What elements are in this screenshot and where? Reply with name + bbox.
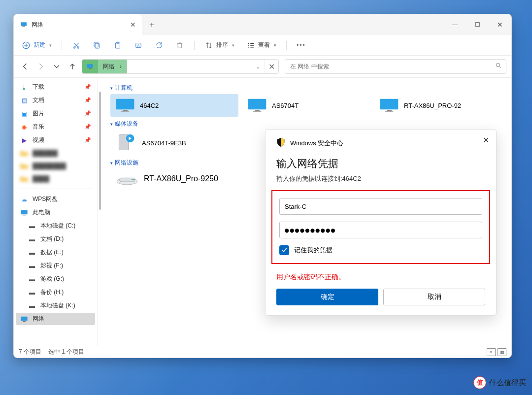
close-window-button[interactable]: ✕	[489, 14, 511, 35]
download-icon: ⭳	[20, 83, 29, 91]
recent-button[interactable]	[50, 60, 63, 73]
svg-rect-11	[178, 43, 182, 48]
new-button[interactable]: 新建▾	[18, 38, 56, 53]
delete-button[interactable]	[171, 38, 188, 53]
address-bar[interactable]: 网络 › ⌄ ✕	[82, 59, 279, 74]
error-message: 用户名或密码不正确。	[276, 273, 485, 282]
copy-button[interactable]	[89, 38, 105, 53]
password-field[interactable]: ●●●●●●●●●●	[279, 222, 482, 238]
navigation-bar: 网络 › ⌄ ✕	[14, 56, 511, 77]
sidebar-item-wps[interactable]: ☁WPS网盘	[16, 193, 95, 205]
chevron-down-icon: ▾	[110, 161, 113, 165]
svg-rect-6	[94, 42, 98, 47]
sidebar-item-downloads[interactable]: ⭳下载📌	[16, 81, 95, 93]
router-icon	[115, 172, 139, 186]
status-selected-count: 选中 1 个项目	[48, 348, 84, 356]
svg-rect-23	[255, 110, 260, 111]
sidebar-item-drive-g[interactable]: ▬游戏 (G:)	[16, 273, 95, 285]
tab-title: 网络	[32, 21, 126, 29]
search-box[interactable]	[285, 59, 506, 74]
dialog-header: Windows 安全中心	[276, 137, 485, 149]
cut-button[interactable]	[68, 38, 85, 53]
svg-rect-15	[21, 210, 27, 214]
new-tab-button[interactable]: ＋	[142, 14, 162, 35]
rename-button[interactable]: A	[130, 38, 147, 53]
drive-icon: ▬	[28, 262, 36, 270]
ok-button[interactable]: 确定	[276, 289, 378, 305]
watermark-text: 什么值得买	[489, 378, 526, 388]
drive-icon: ▬	[28, 235, 36, 243]
computer-item[interactable]: AS6704T	[242, 94, 370, 117]
sidebar-item-music[interactable]: ◉音乐📌	[16, 121, 95, 133]
paste-button[interactable]	[109, 38, 126, 53]
explorer-window: 网络 ✕ ＋ — ☐ ✕ 新建▾ A 排序▾ 查看▾ •••	[13, 14, 512, 358]
sidebar: ⭳下载📌 ▤文档📌 ▣图片📌 ◉音乐📌 ▶视频📌 ██████ ████████…	[14, 78, 98, 346]
group-header-computers[interactable]: ▾计算机	[110, 84, 504, 92]
highlight-box: ●●●●●●●●●● 记住我的凭据	[271, 190, 490, 264]
sidebar-item-network[interactable]: 网络	[16, 313, 95, 325]
view-button[interactable]: 查看▾	[242, 38, 280, 53]
pc-icon	[20, 209, 29, 217]
status-bar: 7 个项目 选中 1 个项目 ≡ ▦	[14, 346, 511, 358]
cloud-icon: ☁	[20, 196, 29, 203]
remember-checkbox[interactable]: 记住我的凭据	[279, 245, 482, 255]
sidebar-item-drive-k[interactable]: ▬本地磁盘 (K:)	[16, 299, 95, 312]
address-refresh-button[interactable]: ✕	[265, 60, 278, 73]
username-field[interactable]	[279, 198, 482, 215]
group-header-media[interactable]: ▾媒体设备	[110, 120, 504, 128]
chevron-down-icon: ▾	[110, 122, 113, 127]
pictures-icon: ▣	[20, 110, 29, 118]
sidebar-item-hidden[interactable]: ████████	[16, 160, 95, 172]
details-view-button[interactable]: ≡	[487, 348, 496, 356]
computer-item-selected[interactable]: 464C2	[110, 94, 238, 117]
address-dropdown-button[interactable]: ⌄	[251, 60, 265, 73]
media-device-icon	[115, 133, 137, 153]
sidebar-item-drive-e[interactable]: ▬数据 (E:)	[16, 246, 95, 259]
svg-rect-16	[23, 215, 25, 215]
share-button[interactable]	[151, 38, 167, 53]
folder-icon	[20, 175, 29, 183]
dialog-subtitle: 输入你的凭据以连接到:464C2	[276, 174, 485, 183]
pin-icon: 📌	[84, 110, 91, 117]
svg-rect-26	[387, 110, 392, 111]
svg-rect-5	[95, 43, 99, 48]
dialog-title: 输入网络凭据	[276, 157, 485, 170]
forward-button[interactable]	[34, 60, 47, 73]
sidebar-item-drive-d[interactable]: ▬文档 (D:)	[16, 233, 95, 245]
more-button[interactable]: •••	[293, 39, 310, 52]
address-icon	[82, 60, 98, 73]
computer-item[interactable]: RT-AX86U_PRO-92	[374, 94, 502, 117]
back-button[interactable]	[19, 60, 32, 73]
close-tab-icon[interactable]: ✕	[130, 21, 136, 29]
close-dialog-button[interactable]: ✕	[483, 135, 489, 145]
sidebar-item-hidden[interactable]: ██████	[16, 147, 95, 159]
icons-view-button[interactable]: ▦	[498, 348, 506, 356]
up-button[interactable]	[66, 60, 79, 73]
content-pane: ▾计算机 464C2 AS6704T RT-AX86U_PRO-92 ▾媒体设备	[98, 78, 511, 346]
network-icon	[20, 21, 28, 29]
minimize-button[interactable]: —	[443, 14, 466, 35]
svg-rect-12	[87, 64, 93, 67]
cancel-button[interactable]: 取消	[383, 289, 485, 305]
sidebar-item-hidden[interactable]: ████	[16, 173, 95, 185]
sidebar-item-drive-h[interactable]: ▬备份 (H:)	[16, 286, 95, 298]
svg-rect-20	[123, 110, 128, 111]
sort-button[interactable]: 排序▾	[200, 38, 238, 53]
svg-rect-21	[121, 111, 130, 112]
search-input[interactable]	[289, 63, 492, 70]
svg-text:A: A	[137, 43, 139, 48]
sidebar-item-drive-f[interactable]: ▬影视 (F:)	[16, 260, 95, 272]
breadcrumb-network[interactable]: 网络 ›	[98, 60, 127, 73]
sidebar-item-drive-c[interactable]: ▬本地磁盘 (C:)	[16, 220, 95, 232]
sidebar-item-videos[interactable]: ▶视频📌	[16, 134, 95, 146]
sidebar-item-pictures[interactable]: ▣图片📌	[16, 107, 95, 120]
pin-icon: 📌	[84, 124, 91, 130]
svg-rect-13	[89, 68, 91, 68]
scrollbar-thumb[interactable]	[99, 92, 101, 210]
maximize-button[interactable]: ☐	[466, 14, 489, 35]
tab-network[interactable]: 网络 ✕	[14, 14, 142, 35]
watermark-badge-icon: 值	[473, 376, 486, 389]
sidebar-item-documents[interactable]: ▤文档📌	[16, 94, 95, 106]
drive-icon: ▬	[28, 249, 36, 257]
sidebar-item-thispc[interactable]: 此电脑	[16, 206, 95, 219]
